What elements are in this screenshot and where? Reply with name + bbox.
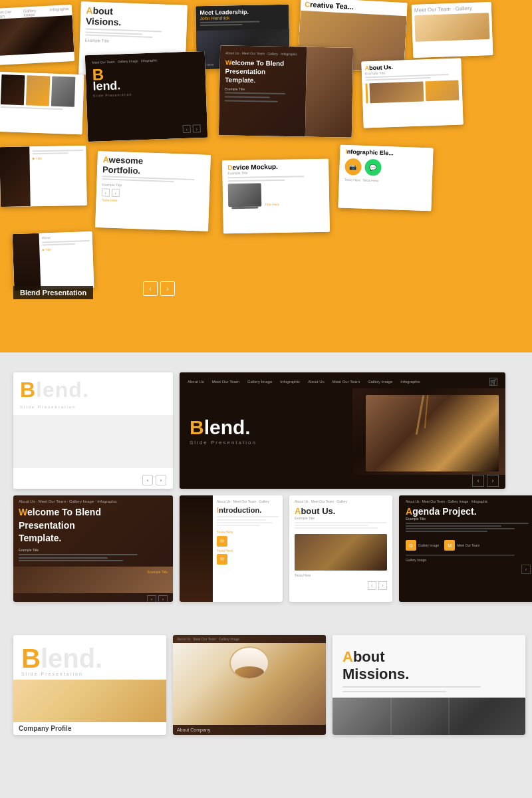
missions-a: A	[342, 648, 353, 665]
collage-card-6	[0, 72, 84, 134]
missions-title-2: Missions.	[342, 666, 515, 683]
collage-card-blend-main: Meet Our Team Gallery Image Infographic …	[85, 51, 207, 142]
nav-about-us[interactable]: About Us	[188, 380, 204, 384]
preview-blend-dark: About Us Meet Our Team Gallery Image Inf…	[180, 372, 505, 489]
nav-infographic[interactable]: Infographic	[280, 380, 300, 384]
collage-card-14: About ■ Title	[13, 231, 94, 291]
blend-rest: lend.	[36, 378, 89, 402]
bottom-section: Blend. Slide Presentation Company Profil…	[0, 635, 532, 748]
blend-presentation-label: Blend Presentation	[13, 286, 93, 299]
blend-title-dark: Blend.	[190, 418, 342, 438]
prev-dark[interactable]: ‹	[472, 475, 484, 487]
about-company-label: About Company	[173, 725, 326, 735]
company-profile-label: Company Profile	[13, 722, 166, 735]
about-a: A	[295, 506, 301, 516]
blend-subtitle-white: Slide Presentation	[13, 405, 173, 412]
blend-b-accent: B	[20, 378, 36, 402]
example-title-1: Example Title	[19, 548, 168, 552]
footer-missions: About Missions.	[332, 635, 525, 735]
next-welcome[interactable]: ›	[158, 595, 168, 602]
preview-row-2: About Us · Meet Our Team · Gallery Image…	[13, 495, 519, 602]
big-b-accent: B	[21, 644, 41, 673]
intro-i: I	[217, 506, 219, 514]
preview-intro: About Us · Meet Our Team · Gallery Intro…	[180, 495, 283, 602]
welcome-w: W	[19, 507, 27, 517]
collage-card-welcome: About Us · Meet Our Team · Gallery · Inf…	[219, 45, 353, 137]
preview-row-1: Blend. Slide Presentation ‹ › About Us M…	[13, 372, 519, 489]
prev-agenda[interactable]: ‹	[521, 565, 531, 574]
agenda-a: A	[406, 506, 412, 517]
footer-coffee-dark: About Us Meet Our Team Gallery Image Abo…	[173, 635, 326, 735]
preview-blend-white: Blend. Slide Presentation ‹ ›	[13, 372, 173, 489]
slide-presentation-label: Slide Presentation	[190, 440, 342, 446]
collage-card-device: Device Mockup. Example Title Title Here	[222, 159, 330, 234]
collage-card-infographic: Infographic Ele... 📷 💬 Testa Here Testa …	[338, 145, 433, 211]
collage-card-10: ▶ Title	[0, 146, 87, 207]
collage-card-1: Meet Our TeamGallery ImageInfographic ▶	[0, 5, 74, 65]
footer-blend-white: Blend. Slide Presentation Company Profil…	[13, 635, 166, 735]
collage-card-portfolio: Awesome Portfolio. Example Title ‹ › Tes…	[95, 151, 211, 231]
collage-card-aboutus-right: About Us. Example Title	[361, 58, 463, 128]
next-btn-white[interactable]: ›	[156, 475, 166, 485]
preview-small-cards: About Us · Meet Our Team · Gallery Intro…	[180, 495, 532, 602]
next-about[interactable]: ›	[378, 581, 387, 590]
cart-icon[interactable]: 🛒	[489, 378, 497, 386]
prev-btn-white[interactable]: ‹	[142, 475, 153, 485]
footer-row: Blend. Slide Presentation Company Profil…	[13, 635, 519, 735]
prev-welcome[interactable]: ‹	[147, 595, 156, 602]
nav-meet-team[interactable]: Meet Our Team	[212, 380, 239, 384]
main-preview: Blend. Slide Presentation ‹ › About Us M…	[0, 352, 532, 628]
prev-about[interactable]: ‹	[368, 581, 376, 590]
preview-about-us: About Us · Meet Our Team · Gallery About…	[289, 495, 392, 602]
top-collage: Meet Our TeamGallery ImageInfographic ▶ …	[0, 0, 532, 352]
next-arrow[interactable]: ›	[160, 281, 175, 296]
collage-card-5: Meet Our Team · Gallery	[412, 2, 493, 58]
preview-welcome: About Us · Meet Our Team · Gallery Image…	[13, 495, 173, 602]
prev-arrow[interactable]: ‹	[143, 281, 158, 296]
next-dark[interactable]: ›	[487, 475, 499, 487]
preview-agenda: About Us · Meet Our Team · Gallery Image…	[399, 495, 532, 602]
nav-gallery[interactable]: Gallery Image	[247, 380, 272, 384]
